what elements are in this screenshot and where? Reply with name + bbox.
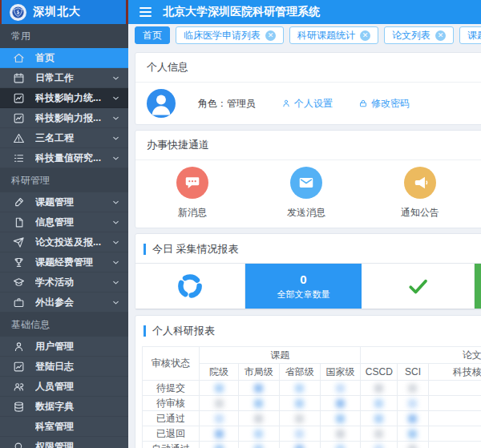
sidebar-item[interactable]: 科技影响力统...	[0, 88, 128, 108]
sidebar-item[interactable]: 权限管理	[0, 437, 128, 448]
report-count-link[interactable]	[408, 430, 417, 438]
hospital-logo-icon	[10, 4, 26, 21]
chart-icon	[13, 112, 25, 124]
report-count-link[interactable]	[336, 384, 345, 393]
tab[interactable]: 论文列表✕	[384, 26, 454, 44]
close-icon[interactable]: ✕	[265, 30, 276, 41]
report-count-cell	[200, 411, 239, 426]
sidebar-item[interactable]: 登陆日志	[0, 357, 128, 377]
lock-mini-icon	[358, 99, 368, 108]
report-count-link[interactable]	[336, 445, 345, 448]
report-count-cell	[361, 442, 398, 448]
quick-channel-item[interactable]: 新消息	[135, 167, 249, 220]
report-count-cell	[361, 426, 398, 442]
report-count-cell	[200, 442, 239, 448]
report-count-link[interactable]	[408, 384, 417, 393]
tab-label: 课题费用报表	[467, 29, 481, 42]
quick-channel-label: 新消息	[178, 206, 207, 220]
sidebar-item[interactable]: 外出参会	[0, 293, 128, 313]
chevron-down-icon	[111, 238, 120, 247]
tab[interactable]: 课题费用报表✕	[459, 26, 481, 44]
sidebar-item-label: 信息管理	[35, 216, 111, 229]
report-count-link[interactable]	[215, 414, 224, 423]
title-bar: 北京大学深圳医院科研管理系统	[128, 0, 481, 24]
sidebar-item[interactable]: 数据字典	[0, 397, 128, 417]
personal-settings-link[interactable]: 个人设置	[281, 97, 333, 111]
menu-toggle-icon[interactable]	[139, 7, 152, 17]
quick-channel-item[interactable]: 通知公告	[363, 167, 477, 220]
report-count-link[interactable]	[295, 430, 304, 438]
close-icon[interactable]: ✕	[435, 30, 446, 41]
research-report-table: 审核状态课题论文院级市局级省部级国家级CSCDSCI科技核心（统计源）期刊待提交…	[142, 346, 481, 448]
quick-channel-label: 通知公告	[401, 206, 439, 220]
report-count-link[interactable]	[295, 399, 304, 408]
report-count-link[interactable]	[254, 399, 263, 408]
sidebar-item-label: 课题经费管理	[35, 256, 111, 269]
quick-channel-item[interactable]: 发送消息	[249, 167, 363, 220]
report-count-link[interactable]	[295, 414, 304, 423]
report-count-link[interactable]	[374, 399, 383, 408]
sidebar-item[interactable]: 论文投送及报...	[0, 232, 128, 252]
tab[interactable]: 首页	[135, 26, 170, 44]
chevron-down-icon	[111, 94, 120, 103]
report-count-link[interactable]	[295, 445, 304, 448]
link-label: 修改密码	[371, 97, 410, 111]
sidebar-item-label: 用户管理	[35, 340, 120, 353]
sidebar-item[interactable]: 用户管理	[0, 337, 128, 357]
chat-icon	[176, 167, 208, 199]
report-count-link[interactable]	[408, 414, 417, 423]
stats-strip: 0全部文章数量	[135, 263, 481, 309]
report-count-link[interactable]	[254, 430, 263, 438]
sidebar-item[interactable]: 课题管理	[0, 192, 128, 212]
stat-label: 全部文章数量	[277, 289, 330, 301]
report-count-link[interactable]	[254, 384, 263, 393]
sidebar-item-label: 数据字典	[35, 400, 120, 414]
sidebar-item[interactable]: 科技影响力报...	[0, 108, 128, 128]
report-count-link[interactable]	[374, 414, 383, 423]
search-icon	[13, 441, 25, 448]
report-count-link[interactable]	[336, 414, 345, 423]
sidebar-item[interactable]: 信息管理	[0, 212, 128, 232]
sidebar-item[interactable]: 课题经费管理	[0, 252, 128, 272]
sidebar-item[interactable]: 科技量值研究...	[0, 148, 128, 168]
report-count-link[interactable]	[408, 445, 417, 448]
tab[interactable]: 临床医学申请列表✕	[176, 26, 284, 44]
report-count-link[interactable]	[336, 430, 345, 438]
sidebar-item-label: 科技影响力统...	[35, 91, 111, 105]
database-icon	[13, 401, 25, 413]
report-count-cell	[398, 381, 429, 396]
report-count-link[interactable]	[215, 384, 224, 393]
report-count-link[interactable]	[254, 445, 263, 448]
role-label: 角色：	[198, 98, 227, 109]
report-count-link[interactable]	[215, 430, 224, 438]
personal-info-panel: 个人信息 角色：管理员 个人设置 修改密码	[135, 52, 481, 125]
sidebar-item[interactable]: 日常工作	[0, 68, 128, 88]
report-count-link[interactable]	[215, 445, 224, 448]
sidebar-item[interactable]: 人员管理	[0, 377, 128, 397]
sidebar-item[interactable]: 三名工程	[0, 128, 128, 148]
role-value: 管理员	[227, 98, 256, 109]
report-count-link[interactable]	[254, 414, 263, 423]
sidebar-item[interactable]: 科室管理	[0, 417, 128, 437]
none	[13, 421, 25, 433]
report-count-link[interactable]	[374, 384, 383, 393]
sidebar-item-label: 课题管理	[35, 196, 111, 209]
report-count-link[interactable]	[374, 430, 383, 438]
close-icon[interactable]: ✕	[360, 30, 370, 41]
sidebar-item[interactable]: 首页	[0, 48, 128, 68]
report-count-link[interactable]	[215, 399, 224, 408]
sidebar-item-label: 日常工作	[35, 71, 111, 85]
avatar	[147, 89, 176, 118]
report-count-cell	[200, 396, 239, 411]
report-count-link[interactable]	[295, 384, 304, 393]
report-count-link[interactable]	[408, 399, 417, 408]
alert-icon	[13, 132, 25, 144]
sidebar-section-header: 常用	[0, 24, 128, 48]
report-count-link[interactable]	[336, 399, 345, 408]
report-count-cell	[279, 411, 320, 426]
report-count-cell	[428, 411, 481, 426]
change-password-link[interactable]: 修改密码	[358, 97, 410, 111]
report-count-link[interactable]	[374, 445, 383, 448]
tab[interactable]: 科研课题统计✕	[289, 26, 378, 44]
sidebar-item[interactable]: 学术活动	[0, 272, 128, 293]
